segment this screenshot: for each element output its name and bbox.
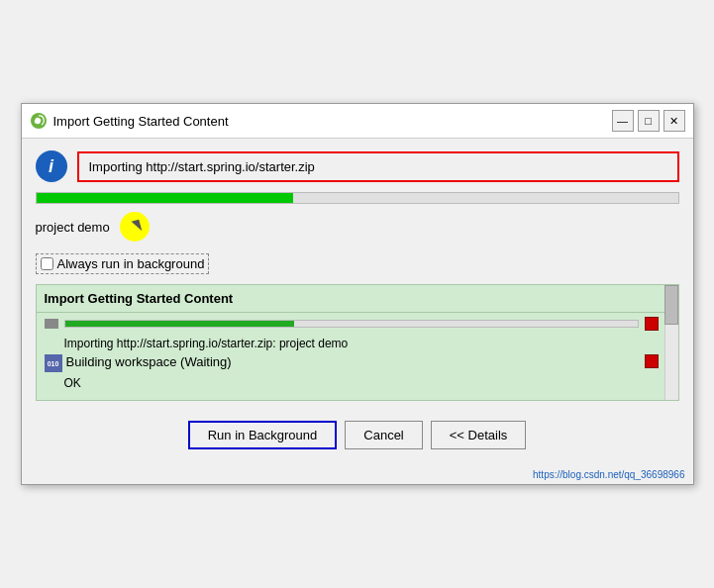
always-run-checkbox[interactable] — [41, 257, 53, 270]
main-window: Import Getting Started Content — □ ✕ i I… — [21, 103, 694, 485]
spring-icon — [30, 112, 48, 130]
title-bar: Import Getting Started Content — □ ✕ — [22, 104, 693, 139]
window-controls: — □ ✕ — [612, 110, 685, 132]
task1-progress-bar — [64, 320, 639, 328]
details-panel-body[interactable]: Importing http://start.spring.io/starter… — [37, 313, 678, 400]
maximize-button[interactable]: □ — [638, 110, 660, 132]
task1-progress-row — [45, 317, 659, 331]
project-label: project demo — [36, 220, 110, 235]
checkbox-row: Always run in background — [36, 253, 679, 274]
window-title: Import Getting Started Content — [53, 114, 606, 129]
task1-icon — [45, 319, 58, 329]
cancel-button[interactable]: Cancel — [345, 421, 422, 449]
import-url-box: Importing http://start.spring.io/starter… — [77, 151, 679, 182]
task2-stop-button[interactable] — [645, 354, 659, 368]
watermark: https://blog.csdn.net/qq_36698966 — [22, 467, 693, 484]
task1-text: Importing http://start.spring.io/starter… — [45, 335, 659, 352]
task2-label: Building workspace (Waiting) — [66, 354, 232, 369]
close-button[interactable]: ✕ — [663, 110, 685, 132]
task1-stop-button[interactable] — [645, 317, 659, 331]
always-run-label: Always run in background — [57, 256, 205, 271]
content-area: i Importing http://start.spring.io/start… — [22, 139, 693, 467]
import-url-text: Importing http://start.spring.io/starter… — [89, 159, 315, 174]
info-row: i Importing http://start.spring.io/start… — [36, 150, 679, 182]
task2-sub: OK — [45, 374, 659, 392]
task2-file-icon: 010 — [45, 354, 62, 372]
button-row: Run in Background Cancel << Details — [36, 413, 679, 455]
scrollbar[interactable] — [664, 285, 678, 400]
cursor-indicator — [120, 212, 150, 242]
checkbox-label-box: Always run in background — [36, 253, 210, 274]
project-row: project demo — [36, 212, 679, 242]
task1-progress-fill — [65, 321, 294, 327]
details-panel: Import Getting Started Content Importing… — [36, 284, 679, 401]
progress-bar-fill — [37, 193, 293, 203]
scrollbar-thumb[interactable] — [664, 285, 678, 325]
details-button[interactable]: << Details — [431, 421, 527, 449]
progress-bar-container — [36, 192, 679, 204]
minimize-button[interactable]: — — [612, 110, 634, 132]
task2-row: 010 Building workspace (Waiting) — [45, 352, 659, 374]
info-icon: i — [36, 150, 67, 182]
run-in-background-button[interactable]: Run in Background — [188, 421, 338, 449]
details-panel-header: Import Getting Started Content — [37, 285, 678, 313]
